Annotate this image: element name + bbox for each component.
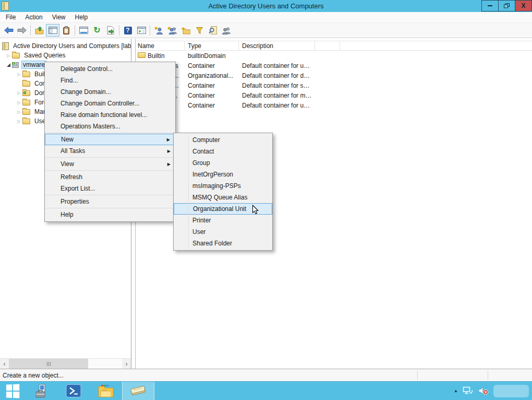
server-manager-icon[interactable] xyxy=(25,382,57,400)
tree-expander-icon[interactable]: ▷ xyxy=(5,53,12,58)
tree-expander-icon[interactable]: ▷ xyxy=(16,91,22,96)
menu-item-export-list[interactable]: Export List... xyxy=(45,183,175,194)
menu-action[interactable]: Action xyxy=(20,13,47,22)
folder-icon xyxy=(22,81,30,87)
menu-item-change-domain[interactable]: Change Domain... xyxy=(45,86,175,98)
help-button[interactable]: ? xyxy=(121,24,135,37)
export-window-button[interactable] xyxy=(77,24,90,37)
menu-item-label: Find... xyxy=(61,77,78,84)
cell-description: Default container for up... xyxy=(239,62,315,69)
tree-expander-icon[interactable]: ▷ xyxy=(16,119,22,124)
menu-item-all-tasks[interactable]: All Tasks▶ xyxy=(45,145,175,157)
scroll-thumb[interactable] xyxy=(9,359,88,369)
new-user-button[interactable]: ✱ xyxy=(152,24,165,37)
title-bar: Active Directory Users and Computers X xyxy=(0,0,532,12)
menu-item-find[interactable]: Find... xyxy=(45,75,175,86)
menu-item-delegate-control[interactable]: Delegate Control... xyxy=(45,63,175,75)
submenu-item-msmq-queue-alias[interactable]: MSMQ Queue Alias xyxy=(174,192,272,203)
menu-item-view[interactable]: View▶ xyxy=(45,158,175,170)
cell-type: builtinDomain xyxy=(185,52,239,60)
mouse-cursor xyxy=(252,205,259,217)
table-row[interactable]: ComputersContainerDefault container for … xyxy=(136,61,532,70)
file-explorer-icon[interactable] xyxy=(90,382,122,400)
redacted-clock-area[interactable] xyxy=(493,385,529,397)
tree-expander-icon[interactable]: ▷ xyxy=(16,100,22,105)
submenu-item-inetorgperson[interactable]: InetOrgPerson xyxy=(174,169,272,180)
menu-file[interactable]: File xyxy=(1,13,20,22)
cell-name: Builtin xyxy=(136,52,185,60)
console-root-icon xyxy=(2,42,9,50)
column-header-name[interactable]: Name xyxy=(136,41,185,50)
menu-help[interactable]: Help xyxy=(70,13,93,22)
add-member-button[interactable] xyxy=(220,24,233,37)
back-button[interactable] xyxy=(2,24,15,37)
cell-type: Container xyxy=(185,92,239,99)
scroll-track[interactable] xyxy=(88,359,122,369)
folder-icon xyxy=(22,109,30,115)
minimize-button[interactable] xyxy=(481,0,499,11)
submenu-item-shared-folder[interactable]: Shared Folder xyxy=(174,238,272,249)
window-title: Active Directory Users and Computers xyxy=(0,2,532,10)
horizontal-scrollbar[interactable]: ‹› xyxy=(0,358,131,369)
tree-item-saved-queries[interactable]: ▷Saved Queries xyxy=(0,51,131,60)
menu-item-label: Export List... xyxy=(61,185,95,192)
submenu-item-contact[interactable]: Contact xyxy=(174,146,272,157)
submenu-item-label: Group xyxy=(192,159,210,167)
submenu-item-msimaging-psps[interactable]: msImaging-PSPs xyxy=(174,180,272,192)
cell-type: Container xyxy=(185,102,239,109)
export-list-button[interactable] xyxy=(104,24,117,37)
menu-item-label: Delegate Control... xyxy=(61,65,113,73)
menu-item-raise-domain-functional-level[interactable]: Raise domain functional level... xyxy=(45,109,175,121)
restore-button[interactable] xyxy=(498,0,515,11)
set-filter-button[interactable] xyxy=(192,24,206,37)
show-console-tree-button[interactable] xyxy=(46,24,59,37)
menu-item-properties[interactable]: Properties xyxy=(45,196,175,207)
tree-item-active-directory-users-and-computers-lab[interactable]: Active Directory Users and Computers [la… xyxy=(0,41,131,51)
submenu-item-computer[interactable]: Computer xyxy=(174,134,272,146)
new-ou-button[interactable]: ✱ xyxy=(179,24,192,37)
submenu-item-label: User xyxy=(192,228,205,236)
network-icon[interactable] xyxy=(463,386,473,395)
table-row[interactable]: Domain ControllersOrganizational...Defau… xyxy=(136,70,532,80)
toolbar-separator xyxy=(75,25,75,36)
up-one-level-button[interactable] xyxy=(32,24,46,37)
properties-button[interactable] xyxy=(59,24,73,37)
close-button[interactable]: X xyxy=(515,0,532,11)
start-button[interactable] xyxy=(0,382,25,400)
folder-icon xyxy=(22,119,30,124)
table-row[interactable]: BuiltinbuiltinDomain xyxy=(136,51,532,61)
submenu-item-group[interactable]: Group xyxy=(174,157,272,169)
refresh-button[interactable]: ↻ xyxy=(90,24,104,37)
forward-button[interactable] xyxy=(15,24,29,37)
find-button[interactable] xyxy=(206,24,220,37)
scroll-left-button[interactable]: ‹ xyxy=(0,359,9,369)
toolbar-separator xyxy=(30,25,31,36)
cell-type: Container xyxy=(185,82,239,89)
powershell-icon[interactable] xyxy=(57,382,90,400)
column-header-description[interactable]: Description xyxy=(239,41,315,50)
table-row[interactable]: ForeignSecurityPrincipalsContainerDefaul… xyxy=(136,80,532,90)
menu-view[interactable]: View xyxy=(47,13,70,22)
tray-expand-icon[interactable]: ▲ xyxy=(454,389,458,393)
aduc-icon[interactable] xyxy=(122,382,154,400)
tree-expander-icon[interactable]: ▷ xyxy=(16,110,22,114)
context-menu: Delegate Control...Find...Change Domain.… xyxy=(44,62,176,222)
table-row[interactable]: UsersContainerDefault container for up..… xyxy=(136,100,532,110)
new-group-button[interactable]: ✱ xyxy=(165,24,179,37)
tree-item-label: vmware xyxy=(21,61,46,69)
menu-item-label: Change Domain Controller... xyxy=(61,100,139,107)
menu-item-change-domain-controller[interactable]: Change Domain Controller... xyxy=(45,98,175,109)
table-row[interactable]: Managed Service AccountsContainerDefault… xyxy=(136,90,532,100)
tree-expander-icon[interactable]: ▷ xyxy=(16,72,22,77)
column-header-type[interactable]: Type xyxy=(185,41,239,50)
submenu-item-label: Printer xyxy=(192,217,211,224)
menu-item-refresh[interactable]: Refresh xyxy=(45,171,175,183)
submenu-item-user[interactable]: User xyxy=(174,226,272,238)
tree-expander-icon[interactable]: ◢ xyxy=(5,62,12,67)
scroll-right-button[interactable]: › xyxy=(122,359,131,369)
menu-item-operations-masters[interactable]: Operations Masters... xyxy=(45,121,175,132)
menu-item-new[interactable]: New▶ xyxy=(45,134,175,145)
menu-item-help[interactable]: Help xyxy=(45,209,175,220)
volume-muted-icon[interactable] xyxy=(478,386,489,395)
show-window-button[interactable] xyxy=(135,24,148,37)
